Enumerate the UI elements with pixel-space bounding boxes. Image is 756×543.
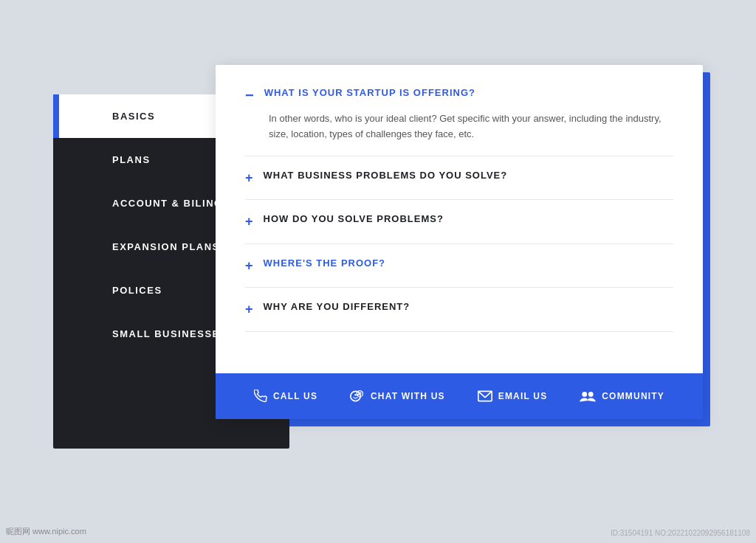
- faq-header-3[interactable]: + HOW DO YOU SOLVE PROBLEMS?: [245, 213, 673, 230]
- content-card: − WHAT IS YOUR STARTUP IS OFFERING? In o…: [216, 65, 703, 419]
- email-icon: [478, 390, 492, 402]
- collapse-icon-1: −: [245, 88, 254, 103]
- faq-list: − WHAT IS YOUR STARTUP IS OFFERING? In o…: [216, 65, 703, 373]
- svg-point-1: [354, 394, 357, 396]
- faq-answer-1: In other words, who is your ideal client…: [269, 111, 673, 142]
- faq-item-4: + WHERE'S THE PROOF?: [245, 244, 673, 288]
- faq-item-3: + HOW DO YOU SOLVE PROBLEMS?: [245, 200, 673, 244]
- faq-question-2: WHAT BUSINESS PROBLEMS DO YOU SOLVE?: [264, 170, 508, 181]
- community-button[interactable]: COMMUNITY: [580, 390, 664, 402]
- faq-question-4: WHERE'S THE PROOF?: [264, 257, 386, 269]
- faq-header-1[interactable]: − WHAT IS YOUR STARTUP IS OFFERING?: [245, 87, 673, 103]
- call-us-button[interactable]: CALL US: [254, 390, 317, 403]
- faq-header-4[interactable]: + WHERE'S THE PROOF?: [245, 257, 673, 274]
- faq-item-2: + WHAT BUSINESS PROBLEMS DO YOU SOLVE?: [245, 156, 673, 201]
- faq-question-1: WHAT IS YOUR STARTUP IS OFFERING?: [264, 87, 475, 98]
- svg-point-7: [583, 392, 588, 397]
- watermark-site: 昵图网 www.nipic.com: [6, 526, 86, 537]
- faq-header-5[interactable]: + WHY ARE YOU DIFFERENT?: [245, 301, 673, 318]
- faq-item-5: + WHY ARE YOU DIFFERENT?: [245, 288, 673, 332]
- watermark-id: ID:31504191 NO:20221022092956181108: [611, 529, 750, 537]
- expand-icon-3: +: [245, 214, 253, 230]
- chat-with-us-label: CHAT WITH US: [371, 391, 445, 401]
- card-footer: CALL US CHAT WITH US: [216, 373, 703, 419]
- expand-icon-4: +: [245, 258, 253, 274]
- faq-question-3: HOW DO YOU SOLVE PROBLEMS?: [264, 213, 444, 224]
- email-us-button[interactable]: EMAIL US: [478, 390, 548, 402]
- community-label: COMMUNITY: [602, 391, 664, 401]
- main-container: BASICS PLANS ACCOUNT & BILING EXPANSION …: [53, 65, 703, 463]
- faq-question-5: WHY ARE YOU DIFFERENT?: [264, 301, 410, 312]
- svg-point-8: [588, 392, 594, 397]
- chat-with-us-button[interactable]: CHAT WITH US: [350, 389, 445, 404]
- call-us-label: CALL US: [273, 391, 317, 401]
- faq-item-1: − WHAT IS YOUR STARTUP IS OFFERING? In o…: [245, 87, 673, 156]
- phone-icon: [254, 390, 267, 403]
- email-us-label: EMAIL US: [498, 391, 548, 401]
- faq-header-2[interactable]: + WHAT BUSINESS PROBLEMS DO YOU SOLVE?: [245, 170, 673, 187]
- chat-icon: [350, 389, 365, 404]
- expand-icon-2: +: [245, 170, 253, 187]
- expand-icon-5: +: [245, 302, 253, 318]
- community-icon: [580, 390, 596, 402]
